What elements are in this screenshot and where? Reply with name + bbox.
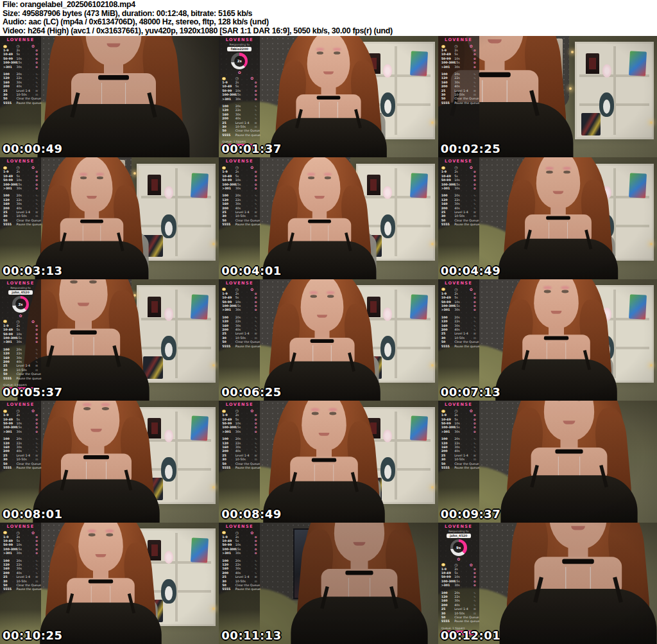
tip-menu-header: ◷ ✿: [2, 408, 39, 413]
tip-menu-row: 5555Pause the queue: [2, 466, 39, 470]
lovense-logo: LOVENSE: [2, 37, 39, 42]
flower-icon: ✿: [470, 65, 476, 69]
coin-icon: [3, 45, 7, 48]
timer-icon: ◷: [454, 409, 469, 413]
lovense-logo: LOVENSE: [440, 524, 477, 529]
video-thumbnail: LOVENSE Responding to ✿ ◷ ✿ 1-92s✿ 10-49…: [219, 523, 438, 644]
lovense-logo: LOVENSE: [221, 281, 258, 286]
flower-icon: ✿: [31, 166, 38, 170]
tip-menu-row: 5555Pause the queue: [221, 223, 258, 227]
flower-icon: ✿: [31, 552, 38, 555]
lovense-logo: LOVENSE: [221, 37, 258, 42]
coin-icon: [441, 563, 445, 566]
coin-icon: [441, 166, 445, 170]
timestamp-label: 00:08:01: [3, 507, 63, 521]
tip-menu-header: ◷ ✿: [440, 44, 477, 49]
flower-icon: ✿: [250, 409, 257, 413]
audio-info-line: Audio: aac (LC) (mp4a / 0x6134706D), 480…: [3, 18, 657, 27]
lovense-overlay: LOVENSE Responding to john_4520 2s ✿ ◷ ✿…: [0, 279, 41, 391]
flower-icon: ✿: [470, 308, 476, 312]
coin-icon: [441, 288, 445, 291]
lovense-logo: LOVENSE: [221, 402, 258, 407]
lovense-overlay: LOVENSE Responding to ✿ ◷ ✿ 1-92s✿ 10-49…: [219, 523, 260, 634]
video-thumbnail: LOVENSE Responding to ✿ ◷ ✿ 1-92s✿ 10-49…: [438, 401, 657, 522]
lovense-logo: LOVENSE: [440, 281, 477, 286]
file-size-line: Size: 495887906 bytes (473 MiB), duratio…: [3, 10, 657, 19]
tip-menu-header: ◷ ✿: [221, 287, 258, 292]
flower-icon: ✿: [31, 44, 38, 48]
metadata-header: File: orangelabel_202506102108.mp4 Size:…: [0, 0, 657, 36]
timer-icon: ◷: [235, 409, 250, 413]
video-thumbnail: LOVENSE Responding to ✿ ◷ ✿ 1-92s✿ 10-49…: [219, 157, 438, 279]
lovense-overlay: LOVENSE Responding to ✿ ◷ ✿ 1-92s✿ 10-49…: [0, 401, 41, 512]
tip-menu-row: 5555Pause the queue: [2, 377, 39, 381]
flower-icon: ✿: [250, 308, 257, 312]
video-thumbnail: LOVENSE Responding to fabio2200 2s ✿ ◷ ✿…: [219, 36, 438, 157]
timer-icon: ◷: [17, 531, 31, 535]
tip-menu-header: ◷ ✿: [440, 408, 477, 413]
flower-icon: ✿: [470, 584, 476, 587]
flower-icon: ✿: [440, 557, 477, 561]
tip-menu-row: >30130s✿: [2, 187, 39, 191]
timestamp-label: 00:07:13: [441, 385, 501, 399]
coin-icon: [3, 166, 7, 170]
lovense-logo: LOVENSE: [221, 524, 258, 529]
flower-icon: ✿: [2, 313, 39, 318]
video-thumbnail: LOVENSE Responding to ✿ ◷ ✿ 1-92s✿ 10-49…: [438, 157, 657, 279]
lovense-logo: LOVENSE: [440, 402, 477, 407]
timestamp-label: 00:12:01: [441, 629, 501, 642]
flower-icon: ✿: [221, 70, 258, 74]
flower-icon: ✿: [470, 409, 476, 413]
progress-ring: 2s: [12, 296, 29, 313]
thumbnail-grid: LOVENSE Responding to ✿ ◷ ✿ 1-92s✿ 10-49…: [0, 36, 657, 644]
file-name-line: File: orangelabel_202506102108.mp4: [3, 1, 657, 10]
tip-menu-row: 5555Pause the queue: [2, 101, 39, 105]
coin-icon: [222, 410, 226, 413]
tip-menu-row: >30130s✿: [2, 340, 39, 344]
tip-menu-row: >30130s✿: [440, 65, 477, 69]
lovense-logo: LOVENSE: [2, 159, 39, 164]
timestamp-label: 00:08:49: [221, 507, 282, 521]
timer-icon: ◷: [17, 44, 31, 48]
tip-menu-header: ◷ ✿: [221, 408, 258, 413]
tip-menu-row: 5555Pause the queue: [440, 101, 477, 105]
lovense-overlay: LOVENSE Responding to ✿ ◷ ✿ 1-92s✿ 10-49…: [219, 279, 260, 391]
lovense-logo: LOVENSE: [2, 281, 39, 286]
coin-icon: [3, 410, 7, 413]
flower-icon: ✿: [250, 430, 257, 434]
video-thumbnail: LOVENSE Responding to ✿ ◷ ✿ 1-92s✿ 10-49…: [219, 401, 438, 522]
video-info-line: Video: h264 (High) (avc1 / 0x31637661), …: [3, 27, 657, 36]
tip-menu-row: >30130s✿: [221, 430, 258, 434]
timer-icon: ◷: [17, 320, 31, 324]
coin-icon: [222, 531, 226, 534]
tip-menu-row: >30130s✿: [221, 187, 258, 191]
tip-menu-row: >30130s✿: [440, 584, 477, 587]
timer-icon: ◷: [235, 166, 250, 170]
responding-label: Responding to: [221, 43, 258, 46]
flower-icon: ✿: [470, 44, 476, 48]
video-thumbnail: LOVENSE Responding to ✿ ◷ ✿ 1-92s✿ 10-49…: [0, 523, 219, 644]
video-thumbnail: LOVENSE Responding to ✿ ◷ ✿ 1-92s✿ 10-49…: [438, 36, 657, 157]
ring-seconds: 9s: [453, 542, 464, 553]
lovense-overlay: LOVENSE Responding to fabio2200 2s ✿ ◷ ✿…: [219, 36, 260, 148]
video-thumbnail: LOVENSE Responding to ✿ ◷ ✿ 1-92s✿ 10-49…: [438, 279, 657, 401]
tip-menu-row: >30130s✿: [2, 552, 39, 555]
tip-menu-header: ◷ ✿: [440, 287, 477, 292]
flower-icon: ✿: [31, 409, 38, 413]
tip-menu-header: ◷ ✿: [221, 165, 258, 170]
video-thumbnail: LOVENSE Responding to john_4520 2s ✿ ◷ ✿…: [0, 279, 219, 401]
timer-icon: ◷: [235, 531, 250, 535]
timer-icon: ◷: [17, 166, 31, 170]
lovense-logo: LOVENSE: [440, 159, 477, 164]
flower-icon: ✿: [31, 65, 38, 69]
tip-menu-row: >30130s✿: [221, 552, 258, 555]
flower-icon: ✿: [250, 288, 257, 292]
tip-menu-row: >30130s✿: [2, 430, 39, 434]
flower-icon: ✿: [31, 187, 38, 191]
timestamp-label: 00:04:01: [221, 264, 282, 277]
flower-icon: ✿: [31, 340, 38, 344]
flower-icon: ✿: [250, 98, 257, 101]
flower-icon: ✿: [470, 187, 476, 191]
video-thumbnail: LOVENSE Responding to ✿ ◷ ✿ 1-92s✿ 10-49…: [0, 157, 219, 279]
tip-menu-header: ◷ ✿: [440, 165, 477, 170]
